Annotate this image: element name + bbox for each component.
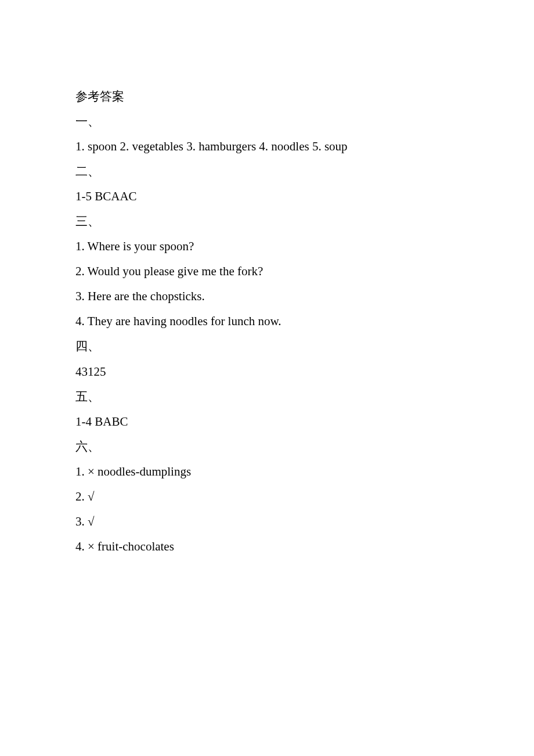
section-4-answers: 43125: [75, 359, 459, 384]
section-2-answers: 1-5 BCAAC: [75, 184, 459, 209]
document-page: 参考答案 一、 1. spoon 2. vegetables 3. hambur…: [0, 0, 534, 559]
section-5-heading: 五、: [75, 384, 459, 409]
section-3-item-4: 4. They are having noodles for lunch now…: [75, 309, 459, 334]
section-3-item-3: 3. Here are the chopsticks.: [75, 284, 459, 309]
section-3-item-2: 2. Would you please give me the fork?: [75, 259, 459, 284]
section-1-answers: 1. spoon 2. vegetables 3. hamburgers 4. …: [75, 134, 459, 159]
section-6-item-3: 3. √: [75, 509, 459, 534]
section-1-heading: 一、: [75, 109, 459, 134]
section-3-heading: 三、: [75, 209, 459, 234]
section-4-heading: 四、: [75, 334, 459, 359]
section-6-item-4: 4. × fruit-chocolates: [75, 534, 459, 559]
section-3-item-1: 1. Where is your spoon?: [75, 234, 459, 259]
section-2-heading: 二、: [75, 159, 459, 184]
section-6-item-1: 1. × noodles-dumplings: [75, 459, 459, 484]
section-6-item-2: 2. √: [75, 484, 459, 509]
section-5-answers: 1-4 BABC: [75, 409, 459, 434]
title: 参考答案: [75, 84, 459, 109]
section-6-heading: 六、: [75, 434, 459, 459]
